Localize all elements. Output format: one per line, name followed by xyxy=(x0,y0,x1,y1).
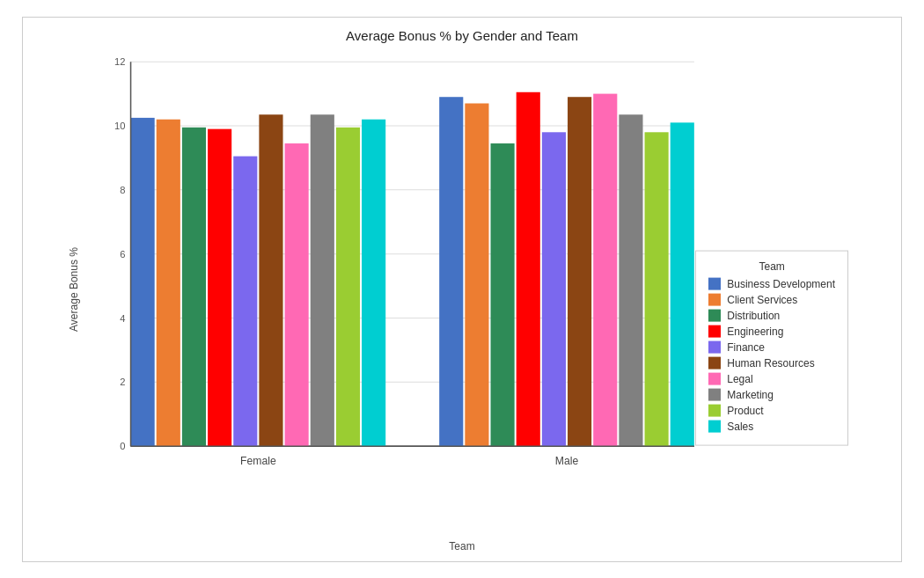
legend-item-label: Legal xyxy=(727,372,752,384)
legend-color-swatch xyxy=(708,325,721,337)
legend-item: Client Services xyxy=(708,293,835,305)
legend-item-label: Human Resources xyxy=(727,356,814,369)
legend-item: Finance xyxy=(708,340,835,353)
svg-rect-17 xyxy=(208,128,231,446)
legend-item-label: Sales xyxy=(727,420,753,432)
legend-item-label: Marketing xyxy=(727,388,774,400)
chart-container: Average Bonus % by Gender and Team Avera… xyxy=(22,17,902,562)
legend-item: Product xyxy=(708,404,835,416)
svg-rect-20 xyxy=(285,143,309,446)
legend-color-swatch xyxy=(708,372,721,384)
svg-rect-24 xyxy=(439,97,463,446)
legend-item-label: Business Development xyxy=(727,277,835,289)
legend-item: Sales xyxy=(708,420,835,432)
svg-text:6: 6 xyxy=(120,248,125,259)
svg-rect-32 xyxy=(645,132,669,446)
legend-items: Business Development Client Services Dis… xyxy=(708,277,835,432)
legend-color-swatch xyxy=(708,356,721,369)
svg-text:4: 4 xyxy=(120,312,125,323)
legend-color-swatch xyxy=(708,293,721,305)
legend-item-label: Engineering xyxy=(727,325,783,337)
legend-item-label: Product xyxy=(727,404,763,416)
legend-color-swatch xyxy=(708,420,721,432)
svg-rect-21 xyxy=(311,114,334,446)
legend-item: Human Resources xyxy=(708,356,835,369)
svg-text:2: 2 xyxy=(120,377,125,387)
svg-rect-27 xyxy=(517,91,540,445)
legend-color-swatch xyxy=(708,404,721,416)
svg-rect-33 xyxy=(671,122,694,446)
legend-color-swatch xyxy=(708,277,721,289)
legend-item-label: Finance xyxy=(727,340,765,353)
svg-text:0: 0 xyxy=(120,441,125,451)
legend-item-label: Client Services xyxy=(727,293,797,305)
legend-item: Distribution xyxy=(708,309,835,321)
legend-title: Team xyxy=(708,260,835,272)
legend-item-label: Distribution xyxy=(727,309,780,321)
y-axis-label: Average Bonus % xyxy=(68,247,80,332)
svg-text:10: 10 xyxy=(114,121,125,131)
legend-color-swatch xyxy=(708,388,721,400)
legend-color-swatch xyxy=(708,340,721,353)
chart-title: Average Bonus % by Gender and Team xyxy=(23,18,901,43)
svg-rect-25 xyxy=(465,103,488,446)
svg-rect-30 xyxy=(593,93,617,446)
legend-item: Business Development xyxy=(708,277,835,289)
legend-item: Legal xyxy=(708,372,835,384)
svg-rect-19 xyxy=(259,114,282,446)
svg-rect-22 xyxy=(336,127,360,445)
svg-rect-31 xyxy=(619,114,642,446)
legend-item: Marketing xyxy=(708,388,835,400)
svg-text:8: 8 xyxy=(120,184,125,194)
svg-text:12: 12 xyxy=(114,56,125,67)
svg-text:Male: Male xyxy=(555,454,579,466)
x-axis-label: Team xyxy=(449,540,474,552)
svg-rect-28 xyxy=(542,132,566,446)
svg-rect-16 xyxy=(182,127,206,445)
svg-text:Female: Female xyxy=(240,454,276,466)
svg-rect-18 xyxy=(233,156,257,446)
svg-rect-14 xyxy=(131,117,155,445)
svg-rect-29 xyxy=(568,97,591,446)
svg-rect-26 xyxy=(491,143,515,446)
legend-box: Team Business Development Client Service… xyxy=(695,250,848,445)
legend-color-swatch xyxy=(708,309,721,321)
svg-rect-15 xyxy=(157,119,180,445)
svg-rect-23 xyxy=(362,119,385,445)
legend-item: Engineering xyxy=(708,325,835,337)
